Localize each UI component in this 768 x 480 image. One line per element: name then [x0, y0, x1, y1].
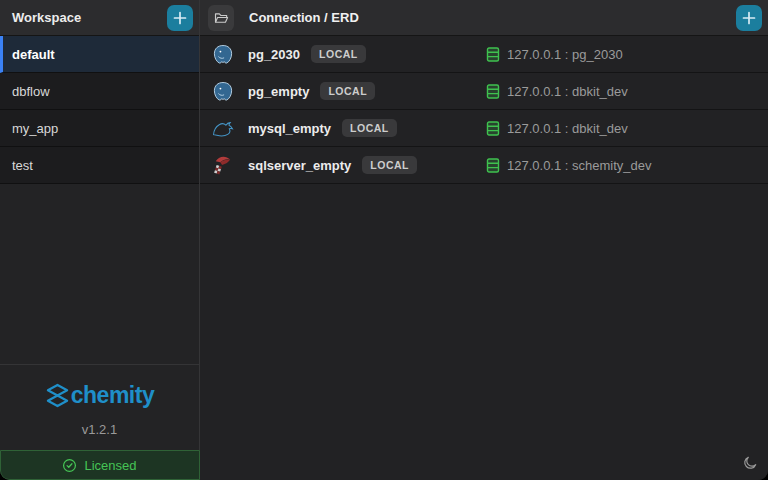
- license-label: Licensed: [84, 458, 136, 473]
- workspace-item-label: my_app: [12, 121, 58, 136]
- local-badge: LOCAL: [311, 45, 366, 63]
- workspace-item-label: test: [12, 158, 33, 173]
- server-icon: [486, 47, 500, 62]
- workspace-list-item[interactable]: default: [0, 36, 199, 73]
- database-type-icon: [210, 115, 236, 141]
- workspace-item-label: default: [12, 47, 55, 62]
- connection-title: Connection / ERD: [249, 10, 736, 25]
- workspace-title: Workspace: [12, 10, 167, 25]
- sidebar-empty-area: [0, 184, 199, 364]
- connection-row[interactable]: mysql_empty LOCAL 127.0.0.1 : dbkit_dev: [200, 110, 768, 147]
- workspace-list-item[interactable]: test: [0, 147, 199, 184]
- postgres-icon: [212, 43, 234, 66]
- connection-info: 127.0.0.1 : dbkit_dev: [486, 121, 628, 136]
- sqlserver-icon: [213, 154, 233, 176]
- plus-icon: [173, 11, 187, 25]
- connection-row-left: mysql_empty LOCAL: [210, 115, 486, 141]
- brand-name: chemity: [71, 382, 154, 409]
- connection-name: pg_empty: [248, 84, 309, 99]
- schemity-logo-icon: [45, 383, 70, 408]
- connection-address: 127.0.0.1 : pg_2030: [507, 47, 623, 62]
- workspace-item-label: dbflow: [12, 84, 50, 99]
- mysql-icon: [212, 119, 235, 138]
- connection-header: Connection / ERD: [200, 0, 768, 36]
- connection-info: 127.0.0.1 : pg_2030: [486, 47, 623, 62]
- connection-info: 127.0.0.1 : schemity_dev: [486, 158, 652, 173]
- server-icon: [486, 121, 500, 136]
- workspace-list-item[interactable]: my_app: [0, 110, 199, 147]
- app-version: v1.2.1: [82, 422, 117, 437]
- theme-toggle-button[interactable]: [739, 452, 761, 474]
- connection-row-left: sqlserver_empty LOCAL: [210, 152, 486, 178]
- plus-icon: [742, 11, 756, 25]
- connection-address: 127.0.0.1 : dbkit_dev: [507, 84, 628, 99]
- connection-address: 127.0.0.1 : dbkit_dev: [507, 121, 628, 136]
- sidebar-footer: chemity v1.2.1 Licensed: [0, 364, 199, 480]
- server-icon: [486, 84, 500, 99]
- moon-icon: [742, 455, 758, 471]
- license-button[interactable]: Licensed: [0, 450, 200, 480]
- connection-address: 127.0.0.1 : schemity_dev: [507, 158, 652, 173]
- add-connection-button[interactable]: [736, 5, 762, 31]
- connection-row-left: pg_empty LOCAL: [210, 78, 486, 104]
- connection-row-left: pg_2030 LOCAL: [210, 41, 486, 67]
- connection-name: pg_2030: [248, 47, 300, 62]
- add-workspace-button[interactable]: [167, 5, 193, 31]
- connection-panel: Connection / ERD: [200, 0, 768, 480]
- workspace-header: Workspace: [0, 0, 199, 36]
- connection-row[interactable]: sqlserver_empty LOCAL 127.0.0.1 : schemi…: [200, 147, 768, 184]
- circle-check-icon: [62, 458, 77, 473]
- database-type-icon: [210, 41, 236, 67]
- workspace-list: default dbflow my_app test: [0, 36, 199, 184]
- connection-info: 127.0.0.1 : dbkit_dev: [486, 84, 628, 99]
- open-workspace-folder-button[interactable]: [208, 5, 234, 31]
- local-badge: LOCAL: [320, 82, 375, 100]
- connection-name: mysql_empty: [248, 121, 331, 136]
- workspace-sidebar: Workspace default dbflow my_app: [0, 0, 200, 480]
- local-badge: LOCAL: [362, 156, 417, 174]
- connection-row[interactable]: pg_2030 LOCAL 127.0.0.1 : pg_2030: [200, 36, 768, 73]
- postgres-icon: [212, 80, 234, 103]
- workspace-list-item[interactable]: dbflow: [0, 73, 199, 110]
- connection-list: pg_2030 LOCAL 127.0.0.1 : pg_2030: [200, 36, 768, 184]
- server-icon: [486, 158, 500, 173]
- connection-row[interactable]: pg_empty LOCAL 127.0.0.1 : dbkit_dev: [200, 73, 768, 110]
- folder-open-icon: [214, 11, 229, 25]
- database-type-icon: [210, 152, 236, 178]
- brand-logo: chemity: [45, 382, 154, 409]
- local-badge: LOCAL: [342, 119, 397, 137]
- app-window: Workspace default dbflow my_app: [0, 0, 768, 480]
- connection-name: sqlserver_empty: [248, 158, 351, 173]
- database-type-icon: [210, 78, 236, 104]
